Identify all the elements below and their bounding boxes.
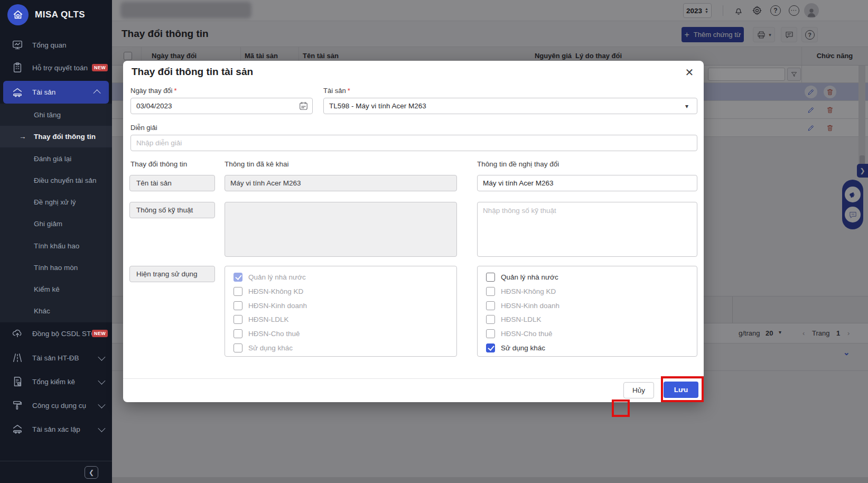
description-label: Diễn giải xyxy=(130,124,157,132)
sidebar-item-cong-cu-dung-cu[interactable]: Công cụ dụng cụ xyxy=(0,394,112,416)
submenu-item-ghi-giam[interactable]: Ghi giảm xyxy=(0,213,112,235)
submenu-item-ghi-tang[interactable]: Ghi tăng xyxy=(0,104,112,126)
brand-name: MISA QLTS xyxy=(35,10,85,20)
checkbox-option: HĐSN-Không KD xyxy=(234,284,451,299)
calendar-icon[interactable] xyxy=(298,101,309,113)
asset-establish-icon xyxy=(12,423,23,435)
modal-footer-divider xyxy=(123,378,704,379)
checkbox-disabled xyxy=(234,329,242,338)
checkbox-option: HĐSN-Kinh doanh xyxy=(486,299,692,313)
sidebar-item-tong-kiem-ke[interactable]: Tổng kiểm kê xyxy=(0,370,112,393)
section-declared-info: Thông tin đã kê khai xyxy=(225,160,289,168)
sidebar-item-tai-san-ht-db[interactable]: Tài sản HT-ĐB xyxy=(0,347,112,369)
close-icon[interactable]: ✕ xyxy=(682,65,697,80)
field-usage-label-box: Hiện trạng sử dụng xyxy=(129,266,215,282)
sidebar-submenu-tai-san: Ghi tăng →Thay đổi thông tin Đánh giá lạ… xyxy=(0,104,112,322)
new-badge: NEW xyxy=(92,330,108,337)
asset-select[interactable]: TL598 - Máy vi tính Acer M263 xyxy=(323,98,697,114)
checkbox-option[interactable]: Quản lý nhà nước xyxy=(486,270,692,284)
checkbox-disabled xyxy=(234,301,242,310)
section-change-info: Thay đổi thông tin xyxy=(130,160,187,168)
sidebar-item-tong-quan[interactable]: Tổng quan xyxy=(0,34,112,56)
submenu-item-khac[interactable]: Khác xyxy=(0,300,112,322)
modal-title: Thay đổi thông tin tài sản xyxy=(132,66,253,78)
cancel-button[interactable]: Hủy xyxy=(623,382,654,398)
section-proposed-info: Thông tin đề nghị thay đổi xyxy=(477,160,559,168)
chevron-up-icon xyxy=(94,89,101,97)
declared-spec-textarea xyxy=(225,202,457,257)
description-input[interactable] xyxy=(130,135,697,151)
sidebar-item-dong-bo-csdl-stc[interactable]: Đồng bộ CSDL STC NEW xyxy=(0,322,112,345)
field-spec-label-box: Thông số kỹ thuật xyxy=(129,202,215,218)
checkbox-checked-disabled xyxy=(234,273,242,282)
save-button[interactable]: Lưu xyxy=(664,382,698,398)
brand: MISA QLTS xyxy=(7,4,85,25)
paint-roller-icon xyxy=(12,400,23,411)
proposed-name-input[interactable] xyxy=(477,175,697,191)
checkbox-disabled xyxy=(486,315,495,324)
new-badge: NEW xyxy=(92,64,108,71)
checkbox-option: Quản lý nhà nước xyxy=(234,270,451,284)
proposed-usage-panel: Quản lý nhà nước HĐSN-Không KD HĐSN-Kinh… xyxy=(477,266,697,357)
chevron-down-icon xyxy=(98,401,105,408)
checkbox-option: HĐSN-Không KD xyxy=(486,284,692,299)
brand-logo-icon xyxy=(7,4,29,25)
submenu-item-tinh-khau-hao[interactable]: Tính khấu hao xyxy=(0,235,112,257)
sidebar-item-ho-tro-quyet-toan[interactable]: Hỗ trợ quyết toán NEW xyxy=(0,57,112,79)
checkbox-option: Sử dụng khác xyxy=(234,341,451,355)
asset-icon xyxy=(12,87,23,98)
chevron-down-icon xyxy=(98,377,105,385)
declared-usage-panel: Quản lý nhà nước HĐSN-Không KD HĐSN-Kinh… xyxy=(225,266,457,357)
submenu-item-thay-doi-thong-tin[interactable]: →Thay đổi thông tin xyxy=(0,126,112,147)
checkbox-option[interactable]: Sử dụng khác xyxy=(486,341,692,355)
checkbox-option: HĐSN-Cho thuê xyxy=(234,327,451,341)
submenu-item-danh-gia-lai[interactable]: Đánh giá lại xyxy=(0,148,112,170)
dashboard-icon xyxy=(12,39,23,51)
chevron-down-icon xyxy=(98,354,105,361)
checkbox-disabled xyxy=(486,301,495,310)
asset-label: Tài sản* xyxy=(323,87,350,95)
sidebar-item-tai-san[interactable]: Tài sản xyxy=(3,81,109,104)
checkbox-disabled xyxy=(234,315,242,324)
sidebar-item-tai-san-xac-lap[interactable]: Tài sản xác lập xyxy=(0,418,112,440)
checkbox-option: HĐSN-LDLK xyxy=(234,312,451,327)
sidebar: MISA QLTS Tổng quan Hỗ trợ quyết toán NE… xyxy=(0,0,112,483)
submenu-item-tinh-hao-mon[interactable]: Tính hao mòn xyxy=(0,257,112,278)
checkbox-unchecked[interactable] xyxy=(486,273,495,282)
checkbox-option: HĐSN-Kinh doanh xyxy=(234,299,451,313)
checkbox-disabled xyxy=(234,287,242,296)
chevron-down-icon xyxy=(98,425,105,432)
checkbox-checked[interactable] xyxy=(486,343,495,352)
date-label: Ngày thay đổi* xyxy=(130,87,177,95)
sidebar-footer-divider xyxy=(0,461,112,461)
checkbox-disabled xyxy=(486,329,495,338)
submenu-item-dieu-chuyen-tai-san[interactable]: Điều chuyển tài sản xyxy=(0,170,112,191)
asset-change-modal: Thay đổi thông tin tài sản ✕ Ngày thay đ… xyxy=(123,61,704,402)
inventory-check-icon xyxy=(12,376,23,387)
field-name-label-box: Tên tài sản xyxy=(129,175,215,191)
checkbox-option: HĐSN-LDLK xyxy=(486,312,692,327)
proposed-spec-textarea[interactable] xyxy=(477,202,697,257)
checkbox-option: HĐSN-Cho thuê xyxy=(486,327,692,341)
screen: MISA QLTS Tổng quan Hỗ trợ quyết toán NE… xyxy=(0,0,868,483)
clipboard-icon xyxy=(12,62,23,73)
declared-name-input xyxy=(225,175,457,191)
submenu-item-kiem-ke[interactable]: Kiểm kê xyxy=(0,278,112,300)
change-date-input[interactable] xyxy=(130,98,313,114)
sidebar-collapse-button[interactable]: ❮ xyxy=(85,466,98,479)
checkbox-disabled xyxy=(486,287,495,296)
cloud-sync-icon xyxy=(12,328,23,339)
checkbox-disabled xyxy=(234,343,242,352)
road-icon xyxy=(12,352,23,364)
arrow-right-icon: → xyxy=(19,133,26,141)
submenu-item-de-nghi-xu-ly[interactable]: Đề nghị xử lý xyxy=(0,191,112,213)
